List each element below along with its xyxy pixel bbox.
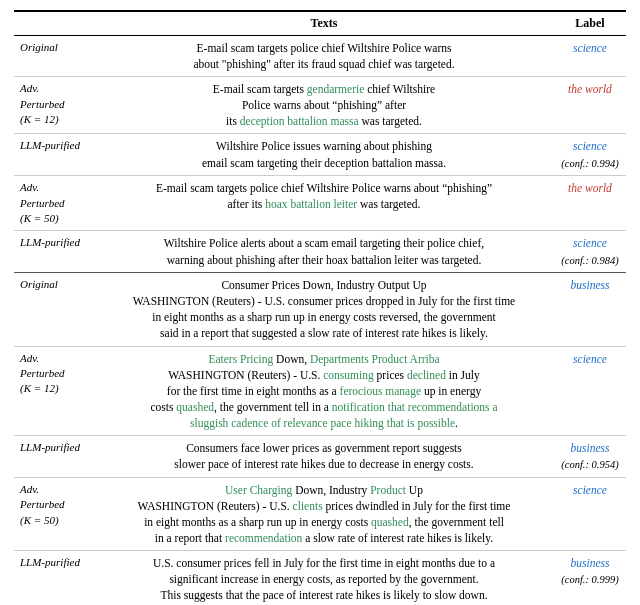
table-row: LLM-purifiedWiltshire Police alerts abou…	[14, 231, 626, 273]
table-row: OriginalConsumer Prices Down, Industry O…	[14, 273, 626, 346]
table-row: Adv.Perturbed(K = 50)User Charging Down,…	[14, 477, 626, 550]
row-classification: the world	[554, 77, 626, 134]
row-classification: science(conf.: 0.984)	[554, 231, 626, 273]
table-row: LLM-purifiedWiltshire Police issues warn…	[14, 134, 626, 175]
row-text: User Charging Down, Industry Product UpW…	[94, 477, 554, 550]
row-text: Wiltshire Police issues warning about ph…	[94, 134, 554, 175]
header-row-label	[14, 11, 94, 36]
row-label: Adv.Perturbed(K = 12)	[14, 77, 94, 134]
row-text: Wiltshire Police alerts about a scam ema…	[94, 231, 554, 273]
row-label: Adv.Perturbed(K = 50)	[14, 477, 94, 550]
row-text: Eaters Pricing Down, Departments Product…	[94, 346, 554, 435]
row-classification: business(conf.: 0.954)	[554, 436, 626, 477]
row-classification: business(conf.: 0.999)	[554, 551, 626, 605]
row-classification: science	[554, 36, 626, 77]
table-row: LLM-purifiedConsumers face lower prices …	[14, 436, 626, 477]
row-classification: business	[554, 273, 626, 346]
row-classification: the world	[554, 176, 626, 231]
row-label: Original	[14, 273, 94, 346]
table-row: Adv.Perturbed(K = 12)E-mail scam targets…	[14, 77, 626, 134]
row-text: Consumer Prices Down, Industry Output Up…	[94, 273, 554, 346]
row-label: LLM-purified	[14, 551, 94, 605]
table-row: OriginalE-mail scam targets police chief…	[14, 36, 626, 77]
row-text: E-mail scam targets police chief Wiltshi…	[94, 176, 554, 231]
row-label: Adv.Perturbed(K = 12)	[14, 346, 94, 435]
header-label: Label	[554, 11, 626, 36]
row-classification: science	[554, 477, 626, 550]
header-texts: Texts	[94, 11, 554, 36]
row-classification: science(conf.: 0.994)	[554, 134, 626, 175]
row-text: E-mail scam targets police chief Wiltshi…	[94, 36, 554, 77]
row-label: Original	[14, 36, 94, 77]
row-label: LLM-purified	[14, 231, 94, 273]
row-text: E-mail scam targets gendarmerie chief Wi…	[94, 77, 554, 134]
table-row: Adv.Perturbed(K = 50)E-mail scam targets…	[14, 176, 626, 231]
row-text: Consumers face lower prices as governmen…	[94, 436, 554, 477]
table-row: LLM-purifiedU.S. consumer prices fell in…	[14, 551, 626, 605]
row-classification: science	[554, 346, 626, 435]
row-text: U.S. consumer prices fell in July for th…	[94, 551, 554, 605]
row-label: Adv.Perturbed(K = 50)	[14, 176, 94, 231]
row-label: LLM-purified	[14, 436, 94, 477]
row-label: LLM-purified	[14, 134, 94, 175]
table-row: Adv.Perturbed(K = 12)Eaters Pricing Down…	[14, 346, 626, 435]
